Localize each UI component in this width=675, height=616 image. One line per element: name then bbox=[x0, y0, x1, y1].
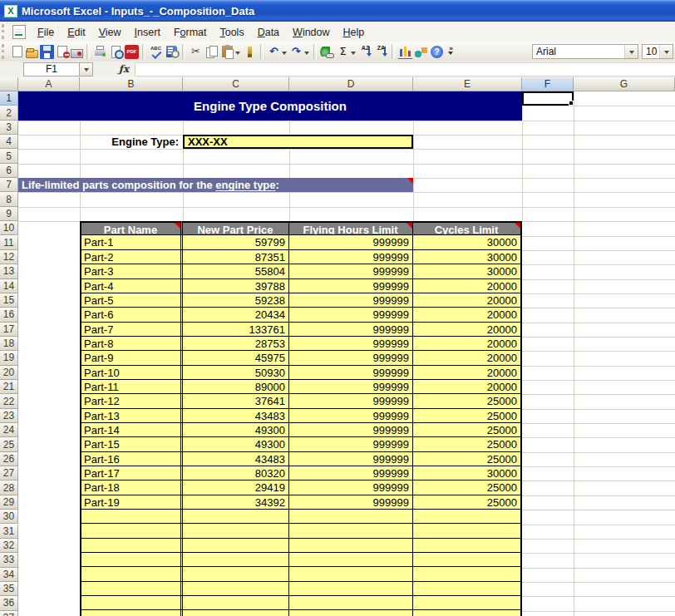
cell-C16[interactable]: 20434 bbox=[183, 308, 289, 322]
save-button[interactable] bbox=[39, 43, 55, 61]
cell-C19[interactable]: 45975 bbox=[183, 351, 289, 365]
menu-window[interactable]: Window bbox=[286, 24, 336, 41]
cell-E26[interactable]: 25000 bbox=[413, 452, 522, 466]
cell-E12[interactable]: 30000 bbox=[413, 250, 522, 264]
toolbar-grip[interactable] bbox=[2, 44, 8, 59]
row-header-3[interactable]: 3 bbox=[0, 121, 18, 135]
cell-D32[interactable] bbox=[289, 539, 413, 553]
row-header-18[interactable]: 18 bbox=[0, 337, 18, 351]
row-header-36[interactable]: 36 bbox=[0, 596, 18, 610]
row-header-12[interactable]: 12 bbox=[0, 250, 18, 264]
help-button[interactable]: ? bbox=[429, 43, 445, 61]
cell-C21[interactable]: 89000 bbox=[183, 380, 289, 394]
cell-E11[interactable]: 30000 bbox=[413, 235, 522, 249]
cell-C28[interactable]: 29419 bbox=[183, 480, 289, 495]
cell-C15[interactable]: 59238 bbox=[183, 293, 289, 308]
insert-function-icon[interactable]: ƒx bbox=[113, 62, 135, 76]
cell-B16[interactable]: Part-6 bbox=[80, 308, 183, 322]
cell-B18[interactable]: Part-8 bbox=[80, 337, 183, 351]
table-header-cell[interactable]: Part Name bbox=[80, 221, 183, 235]
mail-button[interactable] bbox=[70, 43, 84, 61]
excel-app-icon[interactable]: X bbox=[4, 5, 17, 17]
cell-B33[interactable] bbox=[80, 553, 183, 567]
row-header-13[interactable]: 13 bbox=[0, 264, 18, 278]
row-header-4[interactable]: 4 bbox=[0, 135, 18, 149]
font-name-combo[interactable]: Arial bbox=[532, 44, 638, 59]
cell-E17[interactable]: 20000 bbox=[413, 323, 522, 337]
row-header-20[interactable]: 20 bbox=[0, 366, 18, 380]
cell-D26[interactable]: 999999 bbox=[289, 452, 413, 466]
cell-C22[interactable]: 37641 bbox=[183, 394, 289, 408]
cell-D34[interactable] bbox=[289, 567, 413, 581]
format-painter-button[interactable] bbox=[242, 43, 258, 61]
row-header-37[interactable]: 37 bbox=[0, 611, 18, 616]
cell-B32[interactable] bbox=[80, 539, 183, 553]
cell-B15[interactable]: Part-5 bbox=[80, 293, 183, 308]
column-header-B[interactable]: B bbox=[80, 77, 183, 91]
cell-C30[interactable] bbox=[183, 510, 289, 524]
row-header-27[interactable]: 27 bbox=[0, 466, 18, 480]
cell-B30[interactable] bbox=[80, 510, 183, 524]
cell-C32[interactable] bbox=[183, 539, 289, 553]
row-header-15[interactable]: 15 bbox=[0, 293, 18, 308]
row-header-32[interactable]: 32 bbox=[0, 539, 18, 553]
fill-handle[interactable] bbox=[569, 101, 574, 106]
cell-B37[interactable] bbox=[80, 610, 183, 616]
engine-type-label-cell[interactable]: Engine Type: bbox=[80, 135, 183, 149]
row-header-11[interactable]: 11 bbox=[0, 236, 18, 250]
cell-D27[interactable]: 999999 bbox=[289, 466, 413, 480]
row-header-29[interactable]: 29 bbox=[0, 495, 18, 510]
menu-grip[interactable] bbox=[2, 24, 8, 39]
cell-B21[interactable]: Part-11 bbox=[80, 380, 183, 394]
cell-B24[interactable]: Part-14 bbox=[80, 423, 183, 437]
table-header-cell[interactable]: Cycles Limit bbox=[413, 221, 522, 235]
drawing-button[interactable] bbox=[413, 43, 429, 61]
formula-input[interactable] bbox=[135, 62, 675, 76]
name-box[interactable]: F1 bbox=[23, 62, 80, 76]
cell-E37[interactable] bbox=[413, 610, 522, 616]
column-header-D[interactable]: D bbox=[289, 77, 413, 91]
sort-descending-button[interactable]: ZA bbox=[373, 43, 389, 61]
cell-E20[interactable]: 20000 bbox=[413, 366, 522, 380]
column-header-C[interactable]: C bbox=[183, 77, 289, 91]
cell-D28[interactable]: 999999 bbox=[289, 480, 413, 495]
row-header-14[interactable]: 14 bbox=[0, 279, 18, 293]
row-header-33[interactable]: 33 bbox=[0, 553, 18, 567]
row-header-6[interactable]: 6 bbox=[0, 164, 18, 178]
cell-E16[interactable]: 20000 bbox=[413, 308, 522, 322]
row-header-10[interactable]: 10 bbox=[0, 221, 18, 235]
menu-data[interactable]: Data bbox=[251, 24, 286, 41]
cut-button[interactable]: ✂ bbox=[188, 43, 204, 61]
redo-button[interactable]: ↷ bbox=[288, 43, 311, 61]
cell-C37[interactable] bbox=[183, 610, 289, 616]
row-header-31[interactable]: 31 bbox=[0, 525, 18, 539]
cell-B11[interactable]: Part-1 bbox=[80, 235, 183, 249]
permission-button[interactable] bbox=[55, 43, 70, 61]
cell-C18[interactable]: 28753 bbox=[183, 337, 289, 351]
menu-file[interactable]: File bbox=[31, 24, 61, 41]
workbook-icon[interactable] bbox=[12, 25, 26, 39]
cell-D21[interactable]: 999999 bbox=[289, 380, 413, 394]
undo-dropdown-icon[interactable] bbox=[282, 52, 287, 57]
toolbar-options-button[interactable]: » bbox=[445, 43, 457, 61]
cell-C14[interactable]: 39788 bbox=[183, 279, 289, 293]
cell-E23[interactable]: 25000 bbox=[413, 409, 522, 423]
cell-C29[interactable]: 34392 bbox=[183, 495, 289, 510]
cell-B13[interactable]: Part-3 bbox=[80, 264, 183, 278]
cell-B23[interactable]: Part-13 bbox=[80, 409, 183, 423]
cell-C27[interactable]: 80320 bbox=[183, 466, 289, 480]
row-header-35[interactable]: 35 bbox=[0, 582, 18, 596]
cell-C33[interactable] bbox=[183, 553, 289, 567]
row-header-25[interactable]: 25 bbox=[0, 437, 18, 451]
section-banner-cell[interactable]: Life-limited parts composition for the e… bbox=[18, 178, 413, 192]
menu-insert[interactable]: Insert bbox=[128, 24, 167, 41]
cell-E22[interactable]: 25000 bbox=[413, 394, 522, 408]
new-document-button[interactable] bbox=[10, 43, 25, 61]
cell-E14[interactable]: 20000 bbox=[413, 279, 522, 293]
cell-D20[interactable]: 999999 bbox=[289, 366, 413, 380]
cell-E35[interactable] bbox=[413, 582, 522, 596]
cell-C13[interactable]: 55804 bbox=[183, 264, 289, 278]
cell-E28[interactable]: 25000 bbox=[413, 480, 522, 495]
row-header-24[interactable]: 24 bbox=[0, 423, 18, 437]
cell-D24[interactable]: 999999 bbox=[289, 423, 413, 437]
